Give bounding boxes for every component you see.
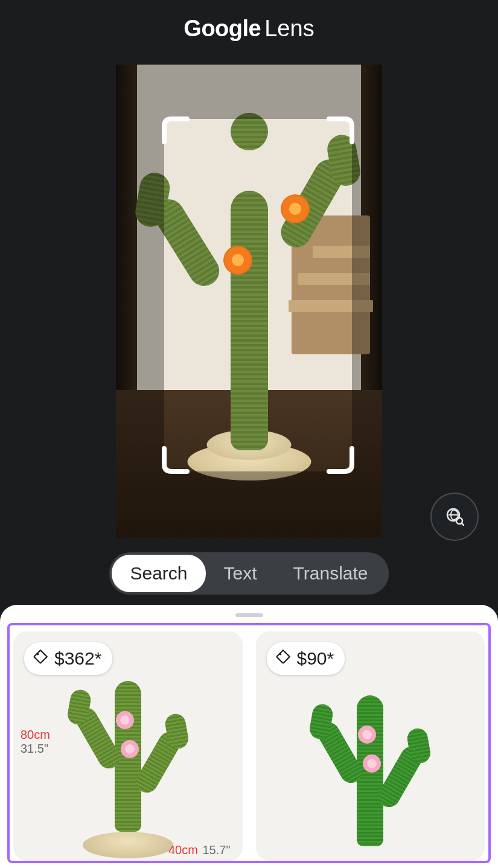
crop-mask-bottom: [116, 471, 382, 538]
price-chip: $90*: [267, 642, 345, 675]
crop-handle-tl[interactable]: [162, 116, 190, 144]
mode-text[interactable]: Text: [206, 555, 275, 592]
svg-point-3: [37, 653, 39, 655]
image-search-icon: [445, 506, 464, 528]
price-tag-icon: [33, 648, 48, 669]
mode-search[interactable]: Search: [112, 555, 205, 592]
result-card-2[interactable]: $90*: [256, 631, 485, 861]
results-highlight-frame: $362* 80cm 31.5" 40cm 15.7": [7, 623, 491, 863]
svg-point-4: [279, 653, 281, 655]
price-value: $90*: [297, 648, 334, 669]
mode-translate[interactable]: Translate: [275, 555, 386, 592]
crop-mask-left: [116, 119, 164, 471]
logo-google-text: Google: [184, 16, 261, 42]
dimension-height: 80cm 31.5": [21, 728, 50, 756]
result-thumbnail: [83, 689, 173, 858]
price-tag-icon: [275, 648, 291, 669]
image-source-button[interactable]: [430, 493, 479, 541]
mode-selector: Search Text Translate: [109, 552, 388, 595]
crop-handle-tr[interactable]: [327, 116, 354, 144]
svg-line-2: [462, 523, 464, 525]
price-chip: $362*: [24, 642, 112, 675]
crop-selection[interactable]: [164, 119, 352, 471]
google-lens-logo: Google Lens: [184, 16, 314, 42]
sheet-grab-handle[interactable]: [235, 613, 263, 617]
result-thumbnail: [325, 704, 415, 861]
capture-stage[interactable]: [116, 65, 382, 538]
crop-handle-bl[interactable]: [162, 446, 190, 474]
result-card-1[interactable]: $362* 80cm 31.5" 40cm 15.7": [13, 631, 243, 861]
dimension-base: 40cm 15.7": [168, 843, 231, 857]
app-header: Google Lens: [0, 0, 498, 42]
results-sheet[interactable]: $362* 80cm 31.5" 40cm 15.7": [0, 605, 498, 868]
crop-mask-right: [352, 119, 382, 471]
crop-handle-br[interactable]: [327, 446, 354, 474]
logo-lens-text: Lens: [264, 16, 314, 42]
crop-mask-top: [116, 65, 382, 119]
price-value: $362*: [54, 648, 101, 669]
